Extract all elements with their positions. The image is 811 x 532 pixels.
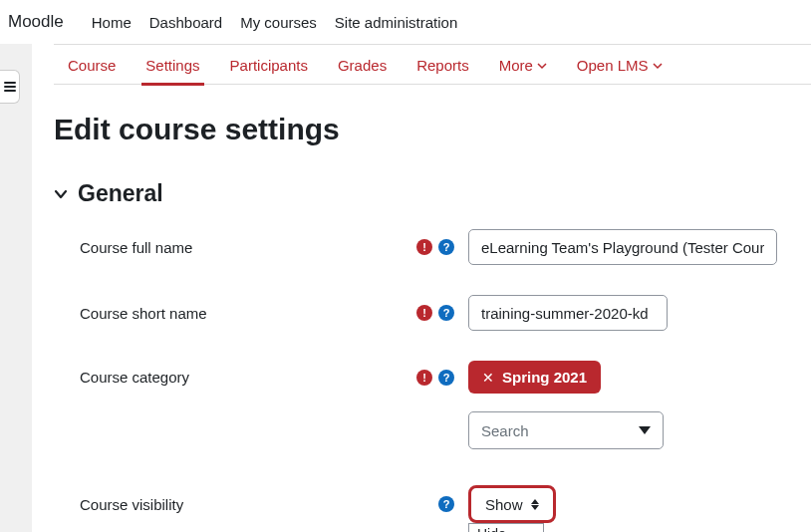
triangle-down-icon: [639, 426, 651, 434]
subnav-openlms[interactable]: Open LMS: [577, 57, 663, 74]
help-icon[interactable]: ?: [438, 305, 454, 321]
sort-arrows-icon: [531, 499, 539, 510]
drawer-toggle-button[interactable]: [0, 70, 20, 104]
subnav-course[interactable]: Course: [68, 57, 116, 74]
subnav-reports[interactable]: Reports: [416, 57, 469, 74]
help-icon[interactable]: ?: [438, 496, 454, 512]
help-icon[interactable]: ?: [438, 370, 454, 386]
subnav-grades[interactable]: Grades: [338, 57, 387, 74]
brand-logo[interactable]: Moodle: [8, 12, 64, 32]
subnav-more-label: More: [499, 57, 533, 74]
category-tag[interactable]: ✕ Spring 2021: [468, 361, 601, 394]
top-nav: Home Dashboard My courses Site administr…: [92, 14, 458, 31]
subnav-openlms-label: Open LMS: [577, 57, 649, 74]
page-content: Edit course settings General Course full…: [54, 85, 811, 532]
nav-dashboard[interactable]: Dashboard: [149, 14, 222, 31]
nav-mycourses[interactable]: My courses: [240, 14, 317, 31]
required-icon: !: [416, 239, 432, 255]
shortname-input[interactable]: [468, 295, 668, 331]
section-general-title: General: [78, 180, 163, 207]
page-title: Edit course settings: [54, 113, 811, 146]
visibility-selected-label: Show: [485, 496, 523, 513]
required-icon: !: [416, 305, 432, 321]
subnav-more[interactable]: More: [499, 57, 547, 74]
visibility-option-hide[interactable]: Hide: [469, 524, 543, 532]
close-icon[interactable]: ✕: [482, 370, 494, 386]
course-subnav: Course Settings Participants Grades Repo…: [54, 45, 811, 84]
label-fullname: Course full name: [80, 239, 408, 256]
fullname-input[interactable]: [468, 229, 777, 265]
hamburger-icon: [4, 82, 16, 92]
label-visibility: Course visibility: [80, 496, 408, 513]
label-shortname: Course short name: [80, 305, 408, 322]
nav-siteadmin[interactable]: Site administration: [335, 14, 457, 31]
label-category: Course category: [80, 369, 408, 386]
subnav-settings[interactable]: Settings: [145, 57, 199, 74]
help-icon[interactable]: ?: [438, 239, 454, 255]
chevron-down-icon: [537, 61, 547, 71]
left-gutter: [0, 44, 32, 532]
category-search-placeholder: Search: [481, 422, 529, 439]
category-search-combo[interactable]: Search: [468, 411, 664, 449]
nav-home[interactable]: Home: [92, 14, 132, 31]
chevron-down-icon: [653, 61, 663, 71]
category-tag-label: Spring 2021: [502, 369, 587, 386]
section-general-toggle[interactable]: General: [54, 180, 811, 207]
chevron-down-icon: [54, 187, 68, 201]
visibility-dropdown: Hide Show: [468, 523, 544, 532]
subnav-participants[interactable]: Participants: [230, 57, 308, 74]
visibility-select[interactable]: Show: [468, 485, 556, 523]
required-icon: !: [416, 370, 432, 386]
